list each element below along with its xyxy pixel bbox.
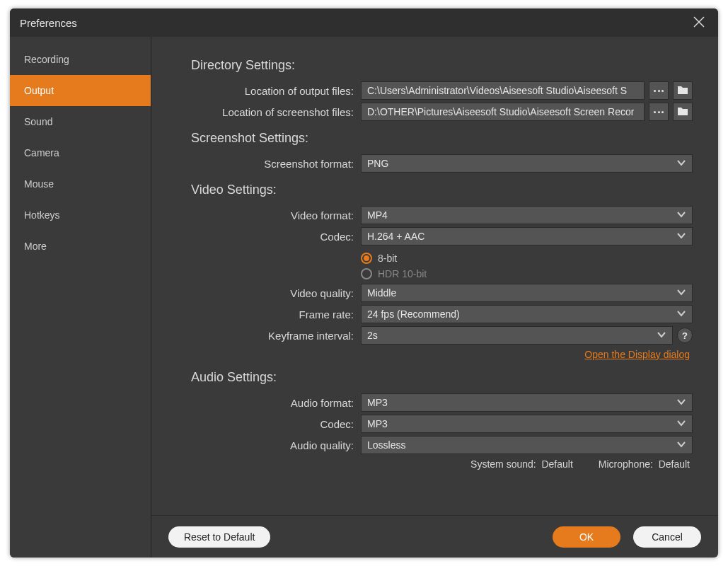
row-audio-format: Audio format: MP3 (191, 393, 693, 412)
row-frame-rate: Frame rate: 24 fps (Recommend) (191, 305, 693, 323)
open-display-dialog-link[interactable]: Open the Display dialog (584, 349, 690, 360)
label-video-format: Video format: (191, 209, 354, 221)
chevron-down-icon (676, 209, 686, 221)
sidebar-item-label: Hotkeys (24, 209, 60, 221)
row-video-quality: Video quality: Middle (191, 284, 693, 302)
chevron-down-icon (676, 231, 686, 243)
row-video-format: Video format: MP4 (191, 206, 693, 224)
chevron-down-icon (676, 158, 686, 170)
close-button[interactable] (690, 13, 708, 32)
chevron-down-icon (676, 439, 686, 451)
section-title-screenshot: Screenshot Settings: (191, 131, 693, 146)
radio-icon (361, 253, 372, 264)
body: Recording Output Sound Camera Mouse Hotk… (10, 37, 718, 558)
frame-rate-select[interactable]: 24 fps (Recommend) (361, 305, 693, 323)
section-title-video: Video Settings: (191, 183, 693, 197)
close-icon (693, 16, 705, 30)
ellipsis-icon (654, 90, 664, 92)
sidebar-item-label: More (24, 241, 47, 252)
section-title-directory: Directory Settings: (191, 58, 693, 73)
video-codec-select[interactable]: H.264 + AAC (361, 227, 693, 246)
chevron-down-icon (676, 397, 686, 409)
sidebar-item-mouse[interactable]: Mouse (10, 168, 151, 200)
label-screenshot-location: Location of screenshot files: (191, 106, 354, 118)
screenshot-format-select[interactable]: PNG (361, 154, 693, 173)
content[interactable]: Directory Settings: Location of output f… (151, 37, 718, 515)
output-location-open-folder-button[interactable] (673, 81, 693, 100)
sidebar: Recording Output Sound Camera Mouse Hotk… (10, 37, 151, 558)
microphone-value: Default (659, 458, 690, 470)
sidebar-item-label: Sound (24, 116, 52, 127)
label-video-codec: Codec: (191, 231, 354, 243)
label-output-location: Location of output files: (191, 85, 354, 97)
audio-status-line: System sound: Default Microphone: Defaul… (191, 458, 693, 470)
chevron-down-icon (676, 308, 686, 320)
row-keyframe-interval: Keyframe interval: 2s ? (191, 326, 693, 345)
video-quality-select[interactable]: Middle (361, 284, 693, 302)
chevron-down-icon (657, 330, 666, 342)
row-audio-codec: Codec: MP3 (191, 415, 693, 433)
radio-label: 8-bit (378, 253, 397, 264)
chevron-down-icon (676, 287, 686, 299)
output-location-browse-button[interactable] (649, 81, 669, 100)
footer: Reset to Default OK Cancel (151, 515, 718, 558)
folder-icon (677, 85, 688, 97)
chevron-down-icon (676, 418, 686, 430)
sidebar-item-hotkeys[interactable]: Hotkeys (10, 200, 151, 231)
label-video-quality: Video quality: (191, 287, 354, 299)
row-screenshot-location: Location of screenshot files: D:\OTHER\P… (191, 103, 693, 121)
window-title: Preferences (20, 17, 77, 29)
sidebar-item-camera[interactable]: Camera (10, 137, 151, 168)
screenshot-location-browse-button[interactable] (649, 103, 669, 121)
section-title-audio: Audio Settings: (191, 370, 693, 385)
bit-depth-radios: 8-bit HDR 10-bit (361, 248, 427, 281)
video-format-select[interactable]: MP4 (361, 206, 693, 224)
label-audio-codec: Codec: (191, 418, 354, 430)
ok-button[interactable]: OK (553, 526, 620, 548)
system-sound-value: Default (541, 458, 572, 470)
folder-icon (677, 106, 688, 118)
label-screenshot-format: Screenshot format: (191, 158, 354, 170)
row-audio-quality: Audio quality: Lossless (191, 436, 693, 454)
content-wrap: Directory Settings: Location of output f… (151, 37, 718, 558)
label-audio-quality: Audio quality: (191, 439, 354, 451)
screenshot-location-field[interactable]: D:\OTHER\Pictures\Aiseesoft Studio\Aisee… (361, 103, 645, 121)
label-audio-format: Audio format: (191, 397, 354, 409)
sidebar-item-output[interactable]: Output (10, 75, 151, 106)
label-keyframe-interval: Keyframe interval: (191, 330, 354, 342)
audio-quality-select[interactable]: Lossless (361, 436, 693, 454)
microphone-label: Microphone: (599, 458, 653, 470)
system-sound-label: System sound: (470, 458, 536, 470)
radio-8-bit[interactable]: 8-bit (361, 253, 427, 264)
row-display-link: Open the Display dialog (191, 349, 690, 360)
sidebar-item-label: Output (24, 85, 54, 96)
radio-icon (361, 268, 372, 279)
reset-to-default-button[interactable]: Reset to Default (168, 526, 270, 548)
output-location-field[interactable]: C:\Users\Administrator\Videos\Aiseesoft … (361, 81, 645, 100)
sidebar-item-recording[interactable]: Recording (10, 44, 151, 75)
audio-codec-select[interactable]: MP3 (361, 415, 693, 433)
row-output-location: Location of output files: C:\Users\Admin… (191, 81, 693, 100)
radio-label: HDR 10-bit (378, 268, 427, 279)
screenshot-location-open-folder-button[interactable] (673, 103, 693, 121)
preferences-window: Preferences Recording Output Sound Camer… (10, 8, 718, 558)
sidebar-item-label: Camera (24, 147, 59, 158)
radio-hdr-10-bit[interactable]: HDR 10-bit (361, 268, 427, 279)
row-bit-depth: 8-bit HDR 10-bit (191, 248, 693, 281)
sidebar-item-sound[interactable]: Sound (10, 106, 151, 137)
label-frame-rate: Frame rate: (191, 308, 354, 320)
audio-format-select[interactable]: MP3 (361, 393, 693, 412)
sidebar-item-label: Mouse (24, 178, 54, 190)
row-video-codec: Codec: H.264 + AAC (191, 227, 693, 246)
keyframe-interval-select[interactable]: 2s (361, 326, 673, 345)
sidebar-item-more[interactable]: More (10, 231, 151, 262)
keyframe-help-button[interactable]: ? (677, 328, 693, 343)
cancel-button[interactable]: Cancel (633, 526, 701, 548)
row-screenshot-format: Screenshot format: PNG (191, 154, 693, 173)
titlebar: Preferences (10, 8, 718, 37)
question-icon: ? (682, 330, 688, 341)
sidebar-item-label: Recording (24, 54, 69, 65)
ellipsis-icon (654, 111, 664, 113)
